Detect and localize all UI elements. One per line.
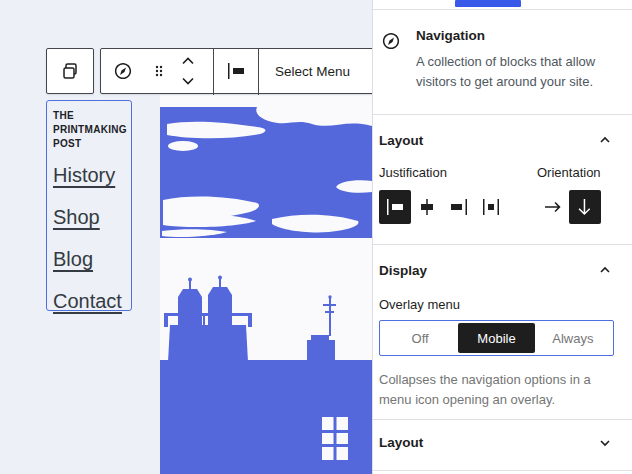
layout-collapsed-panel-toggle[interactable]: Layout <box>379 434 614 452</box>
sidebar-tab-bar <box>373 0 632 10</box>
justify-left-icon <box>383 195 407 219</box>
overlay-option-mobile[interactable]: Mobile <box>458 323 534 353</box>
justification-toolbar-button[interactable] <box>214 49 258 93</box>
select-parent-block-button[interactable] <box>48 49 92 93</box>
nav-link-history[interactable]: History <box>53 164 125 186</box>
overlay-option-off[interactable]: Off <box>382 323 458 353</box>
block-card-description: A collection of blocks that allow visito… <box>416 52 616 92</box>
layout-collapsed-panel: Layout <box>373 419 632 471</box>
overlay-menu-label: Overlay menu <box>379 297 614 312</box>
justification-label: Justification <box>379 165 507 180</box>
justification-options <box>379 190 507 224</box>
orientation-control: Orientation <box>537 165 601 224</box>
editor-canvas: The Printmaking Post History Shop Blog C… <box>0 0 372 474</box>
navigation-block-icon <box>111 59 135 83</box>
lighthouse-illustration-graphic <box>160 95 372 474</box>
navigation-block-selected[interactable]: The Printmaking Post History Shop Blog C… <box>46 100 132 311</box>
drag-handle-icon <box>147 59 171 83</box>
block-card-title: Navigation <box>416 28 616 43</box>
nav-link-contact[interactable]: Contact <box>53 290 125 312</box>
justify-left-icon <box>224 59 248 83</box>
site-title: The Printmaking Post <box>53 109 125 151</box>
nav-link-shop[interactable]: Shop <box>53 206 125 228</box>
layout-panel: Layout Justification <box>373 114 632 244</box>
orientation-horizontal-button[interactable] <box>537 190 569 224</box>
parent-block-icon <box>58 59 82 83</box>
navigation-block-button[interactable] <box>101 49 145 93</box>
orientation-options <box>537 190 601 224</box>
block-card: Navigation A collection of blocks that a… <box>373 10 632 114</box>
overlay-menu-help-text: Collapses the navigation options in a me… <box>379 370 614 410</box>
drag-handle[interactable] <box>145 49 173 93</box>
justify-space-between-icon <box>479 195 503 219</box>
block-mover <box>173 49 203 93</box>
chevron-up-icon <box>596 131 614 149</box>
chevron-down-icon <box>179 75 197 87</box>
chevron-up-icon <box>596 261 614 279</box>
justification-control: Justification <box>379 165 507 224</box>
chevron-up-icon <box>179 55 197 67</box>
move-up-button[interactable] <box>174 51 202 71</box>
toolbar-main-group: Select Menu <box>100 48 372 94</box>
layout-panel-toggle[interactable]: Layout <box>379 131 614 149</box>
layout-panel-title: Layout <box>379 133 423 148</box>
select-menu-dropdown[interactable]: Select Menu <box>259 49 372 93</box>
settings-sidebar: Navigation A collection of blocks that a… <box>372 0 632 474</box>
block-toolbar: Select Menu <box>46 48 372 94</box>
display-panel: Display Overlay menu Off Mobile Always C… <box>373 244 632 418</box>
layout-collapsed-panel-title: Layout <box>379 435 423 450</box>
site-illustration <box>160 95 372 474</box>
toolbar-parent-group <box>46 48 94 94</box>
chevron-down-icon <box>596 434 614 452</box>
overlay-option-always[interactable]: Always <box>535 323 611 353</box>
justify-left-button[interactable] <box>379 190 411 224</box>
justify-right-icon <box>447 195 471 219</box>
justify-space-between-button[interactable] <box>475 190 507 224</box>
nav-link-blog[interactable]: Blog <box>53 248 125 270</box>
layout-controls: Justification <box>379 165 614 224</box>
overlay-menu-segmented-control: Off Mobile Always <box>379 320 614 356</box>
active-tab-indicator <box>455 0 521 7</box>
orientation-vertical-button[interactable] <box>569 190 601 224</box>
display-panel-toggle[interactable]: Display <box>379 261 614 279</box>
justify-center-button[interactable] <box>411 190 443 224</box>
arrow-right-icon <box>541 195 565 219</box>
justify-right-button[interactable] <box>443 190 475 224</box>
move-down-button[interactable] <box>174 71 202 91</box>
orientation-label: Orientation <box>537 165 601 180</box>
arrow-down-icon <box>573 195 597 219</box>
display-panel-title: Display <box>379 263 427 278</box>
navigation-block-icon <box>379 29 403 53</box>
justify-center-icon <box>415 195 439 219</box>
